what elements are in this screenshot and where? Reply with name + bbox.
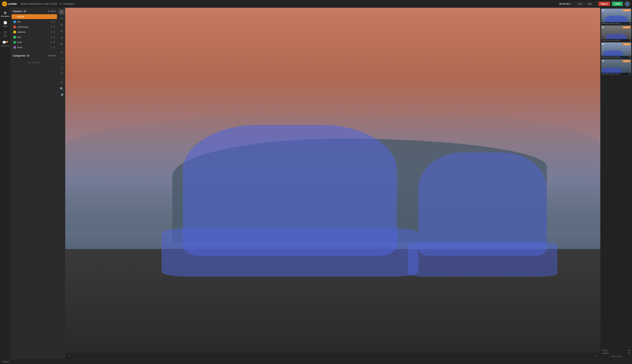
avatar[interactable]: 👤 — [624, 1, 630, 6]
class-icons-car: Σ 👁 — [51, 20, 55, 23]
thumb-copy-3[interactable]: ⧉ — [629, 56, 630, 58]
tool-zoom-in[interactable]: 🔍 — [59, 86, 65, 92]
tool-pointer[interactable]: ↖ — [59, 9, 65, 15]
tool-point[interactable]: ⊕ — [59, 41, 65, 46]
pages-label: Pages: — [602, 349, 608, 351]
meta-nav-label: Meta — [3, 35, 7, 37]
canvas-prev-button[interactable]: « — [67, 354, 71, 358]
categories-expand-button[interactable]: ▾ — [55, 54, 56, 57]
thumb-img-3: #3 Labeled https://s3.us-east-2.amaz... … — [601, 42, 631, 58]
canvas-container[interactable] — [65, 8, 600, 352]
categories-title: Categories 0 — [13, 54, 30, 57]
label-button[interactable]: Label — [612, 2, 623, 6]
classes-title: Classes 7 — [13, 10, 26, 13]
color-dot-bus — [14, 36, 16, 38]
logo-text: unitlab — [8, 2, 17, 5]
sigma-icon-truck: Σ — [51, 46, 52, 49]
tool-zoom-fit[interactable]: ⊙ — [59, 80, 65, 85]
class-item-bus[interactable]: bus Σ 👁 — [12, 35, 57, 40]
class-item-motorcycle[interactable]: motorcycle Σ 👁 — [12, 24, 57, 29]
classes-header: Classes 7 ⊕ Add ▾ — [11, 8, 58, 14]
main-layout: ⊞ Annotation 🕐 History ☰ Meta 💬2 Comment… — [0, 8, 632, 359]
class-name-car: car — [17, 20, 49, 23]
categories-add-button[interactable]: ⊕ Add — [48, 54, 54, 57]
annotation-icon: 🏷 — [60, 2, 62, 5]
right-prev-button[interactable]: ‹ Prev — [610, 355, 615, 357]
eye-icon-truck: 👁 — [53, 46, 55, 49]
right-panel: #1 Labeled https://s3.us-east-2.amaz... … — [600, 8, 632, 359]
classes-add-button[interactable]: ⊕ Add — [48, 10, 54, 12]
thumb-car-1 — [605, 16, 627, 23]
tool-zoom-out[interactable]: 🔎 — [59, 92, 65, 98]
tool-copy[interactable]: ❑ — [59, 64, 65, 70]
images-value: 4/7 — [627, 352, 630, 354]
timer-icon: ▷ — [570, 2, 572, 5]
thumb-copy-1[interactable]: ⧉ — [629, 22, 630, 24]
thumb-num-1: #1 — [602, 9, 604, 11]
next-button[interactable]: Next → — [586, 2, 596, 6]
breadcrumb: Vehicle Segmentation using YOLO8 › 🏷 Ann… — [20, 2, 74, 5]
class-icons-airplane: Σ 👁 — [51, 31, 55, 33]
thumb-img-1: #1 Labeled https://s3.us-east-2.amaz... … — [601, 9, 631, 24]
tool-crop[interactable]: ⊡ — [59, 22, 65, 28]
history-nav-icon: 🕐 — [3, 21, 7, 25]
topbar: U unitlab Vehicle Segmentation using YOL… — [0, 0, 632, 8]
classes-panel: Classes 7 ⊕ Add ▾ bicycle Σ 👁 car — [11, 8, 58, 359]
color-dot-car — [14, 20, 16, 23]
classes-expand-button[interactable]: ▾ — [55, 10, 56, 12]
thumb-num-3: #3 — [602, 43, 604, 45]
add-label: Add — [51, 10, 54, 12]
tool-undo[interactable]: ↩ — [59, 50, 65, 55]
sigma-icon-motorcycle: Σ — [51, 26, 52, 28]
tool-ai-assist[interactable]: ✦ — [59, 16, 65, 21]
class-item-airplane[interactable]: airplane Σ 👁 — [12, 30, 57, 34]
class-item-truck[interactable]: truck Σ 👁 — [12, 45, 57, 50]
right-next-button[interactable]: Next › — [617, 355, 622, 357]
sidebar-item-history[interactable]: 🕐 History — [1, 20, 10, 28]
eye-icon-train: 👁 — [53, 41, 55, 44]
thumbnail-2[interactable]: #2 Labeled https://s3.us-east-2.amaz... … — [601, 25, 631, 42]
plus-icon: ⊕ — [48, 10, 50, 12]
thumb-num-4: #4 — [602, 60, 604, 62]
classes-title-text: Classes — [13, 10, 22, 13]
sigma-icon-train: Σ — [51, 41, 52, 44]
hotkeys-label: Hotkeys — [3, 360, 10, 362]
canvas-next-button[interactable]: » — [594, 354, 598, 358]
meta-nav-icon: ☰ — [4, 31, 7, 34]
class-name-motorcycle: motorcycle — [17, 26, 49, 28]
class-name-airplane: airplane — [17, 31, 49, 33]
canvas-bottom-bar: « » — [65, 352, 600, 359]
thumbnail-4[interactable]: #4 Labeled https://s3.us-east-2.amaz... … — [601, 59, 631, 76]
classes-count: 7 — [23, 10, 26, 12]
class-icons-train: Σ 👁 — [51, 41, 55, 44]
thumb-copy-2[interactable]: ⧉ — [629, 39, 630, 41]
thumb-url-3: https://s3.us-east-2.amaz... — [601, 56, 631, 58]
color-dot-truck — [14, 46, 16, 49]
comments-nav-icon: 💬2 — [2, 40, 8, 44]
thumb-badge-2: Labeled — [623, 26, 630, 28]
sigma-icon-bus: Σ — [51, 36, 52, 38]
color-dot-motorcycle — [14, 26, 16, 28]
sigma-icon: Σ — [51, 16, 52, 18]
thumb-url-4: https://s3.us-east-2.amaz... — [601, 73, 631, 75]
thumbnail-3[interactable]: #3 Labeled https://s3.us-east-2.amaz... … — [601, 42, 631, 58]
tool-pen[interactable]: ✏ — [59, 28, 65, 34]
color-dot-train — [14, 41, 16, 44]
pages-row: Pages: 2/2 — [602, 349, 630, 351]
sidebar-item-meta[interactable]: ☰ Meta — [1, 29, 10, 38]
sidebar-item-annotation[interactable]: ⊞ Annotation — [1, 10, 10, 19]
tool-ai-seg[interactable]: ◎ — [59, 34, 65, 40]
tool-redo[interactable]: ↪ — [59, 56, 65, 62]
thumb-copy-4[interactable]: ⧉ — [629, 73, 630, 75]
class-item-car[interactable]: car Σ 👁 — [12, 20, 57, 24]
reject-button[interactable]: Reject — [598, 2, 610, 6]
class-item-train[interactable]: train Σ 👁 — [12, 40, 57, 44]
thumbnail-1[interactable]: #1 Labeled https://s3.us-east-2.amaz... … — [601, 8, 631, 25]
prev-button[interactable]: ← Prev — [574, 2, 584, 6]
logo: U unitlab — [2, 2, 17, 6]
sidebar-item-comments[interactable]: 💬2 Comments — [1, 39, 10, 48]
thumbnails-list: #1 Labeled https://s3.us-east-2.amaz... … — [600, 8, 632, 348]
thumb-url-1: https://s3.us-east-2.amaz... — [601, 22, 631, 24]
class-item-bicycle[interactable]: bicycle Σ 👁 — [12, 14, 57, 19]
tool-paste[interactable]: ❒ — [59, 71, 65, 76]
